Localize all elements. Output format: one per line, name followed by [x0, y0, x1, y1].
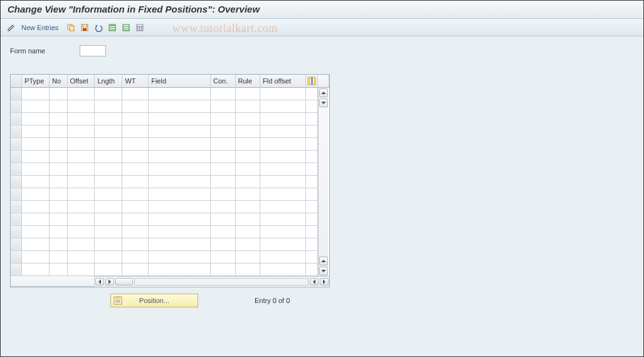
row-selector[interactable] — [11, 188, 22, 200]
cell[interactable] — [50, 163, 68, 175]
cell[interactable] — [50, 200, 68, 213]
cell[interactable] — [260, 250, 306, 263]
cell[interactable] — [149, 213, 211, 225]
cell[interactable] — [235, 112, 260, 125]
cell[interactable] — [305, 125, 318, 137]
cell[interactable] — [235, 87, 260, 100]
cell[interactable] — [305, 213, 318, 225]
cell[interactable] — [260, 87, 306, 100]
cell[interactable] — [149, 175, 211, 188]
copy-icon[interactable] — [65, 21, 77, 34]
cell[interactable] — [22, 263, 50, 275]
cell[interactable] — [305, 150, 318, 163]
cell[interactable] — [67, 150, 95, 163]
cell[interactable] — [95, 250, 122, 263]
cell[interactable] — [67, 188, 95, 200]
scroll-right2-icon[interactable] — [320, 278, 329, 285]
cell[interactable] — [149, 87, 211, 100]
col-no[interactable]: No — [50, 75, 68, 87]
col-ptype[interactable]: PType — [22, 75, 50, 87]
scroll-left-icon[interactable] — [95, 278, 104, 285]
cell[interactable] — [95, 200, 122, 213]
cell[interactable] — [50, 87, 68, 100]
cell[interactable] — [67, 263, 95, 275]
cell[interactable] — [22, 125, 50, 137]
row-selector[interactable] — [11, 225, 22, 238]
row-selector[interactable] — [11, 100, 22, 112]
cell[interactable] — [149, 112, 211, 125]
cell[interactable] — [211, 112, 236, 125]
cell[interactable] — [22, 213, 50, 225]
cell[interactable] — [211, 213, 236, 225]
cell[interactable] — [260, 175, 306, 188]
cell[interactable] — [260, 225, 306, 238]
col-con[interactable]: Con. — [211, 75, 236, 87]
cell[interactable] — [149, 188, 211, 200]
cell[interactable] — [122, 163, 149, 175]
cell[interactable] — [50, 238, 68, 250]
cell[interactable] — [122, 225, 149, 238]
cell[interactable] — [211, 238, 236, 250]
cell[interactable] — [149, 150, 211, 163]
cell[interactable] — [67, 87, 95, 100]
cell[interactable] — [305, 175, 318, 188]
row-selector[interactable] — [11, 163, 22, 175]
cell[interactable] — [95, 150, 122, 163]
undo-icon[interactable] — [92, 21, 105, 34]
cell[interactable] — [50, 137, 68, 150]
cell[interactable] — [235, 188, 260, 200]
position-button[interactable]: Position... — [110, 294, 198, 307]
cell[interactable] — [122, 112, 149, 125]
cell[interactable] — [305, 238, 318, 250]
cell[interactable] — [149, 200, 211, 213]
cell[interactable] — [235, 175, 260, 188]
toggle-display-change-icon[interactable] — [5, 21, 18, 34]
cell[interactable] — [67, 100, 95, 112]
col-fld-offset[interactable]: Fld offset — [260, 75, 306, 87]
cell[interactable] — [305, 188, 318, 200]
cell[interactable] — [305, 200, 318, 213]
cell[interactable] — [22, 250, 50, 263]
cell[interactable] — [211, 100, 236, 112]
row-selector[interactable] — [11, 112, 22, 125]
cell[interactable] — [235, 150, 260, 163]
cell[interactable] — [149, 100, 211, 112]
cell[interactable] — [95, 87, 122, 100]
hscroll-track[interactable] — [134, 278, 308, 285]
cell[interactable] — [211, 250, 236, 263]
cell[interactable] — [260, 150, 306, 163]
cell[interactable] — [305, 100, 318, 112]
cell[interactable] — [67, 125, 95, 137]
cell[interactable] — [305, 137, 318, 150]
cell[interactable] — [50, 100, 68, 112]
cell[interactable] — [122, 100, 149, 112]
cell[interactable] — [235, 100, 260, 112]
cell[interactable] — [305, 225, 318, 238]
cell[interactable] — [305, 263, 318, 275]
vertical-scrollbar[interactable] — [318, 88, 328, 276]
cell[interactable] — [22, 225, 50, 238]
row-selector[interactable] — [11, 213, 22, 225]
scroll-down2-icon[interactable] — [319, 267, 328, 275]
cell[interactable] — [235, 137, 260, 150]
cell[interactable] — [211, 125, 236, 137]
cell[interactable] — [67, 238, 95, 250]
cell[interactable] — [22, 238, 50, 250]
cell[interactable] — [95, 238, 122, 250]
cell[interactable] — [235, 225, 260, 238]
cell[interactable] — [67, 225, 95, 238]
cell[interactable] — [67, 137, 95, 150]
cell[interactable] — [22, 200, 50, 213]
cell[interactable] — [50, 112, 68, 125]
row-selector[interactable] — [11, 263, 22, 275]
cell[interactable] — [235, 163, 260, 175]
col-field[interactable]: Field — [149, 75, 211, 87]
cell[interactable] — [211, 188, 236, 200]
row-selector[interactable] — [11, 150, 22, 163]
cell[interactable] — [122, 238, 149, 250]
cell[interactable] — [235, 263, 260, 275]
cell[interactable] — [95, 100, 122, 112]
cell[interactable] — [149, 238, 211, 250]
delete-icon[interactable] — [134, 21, 146, 34]
cell[interactable] — [305, 112, 318, 125]
